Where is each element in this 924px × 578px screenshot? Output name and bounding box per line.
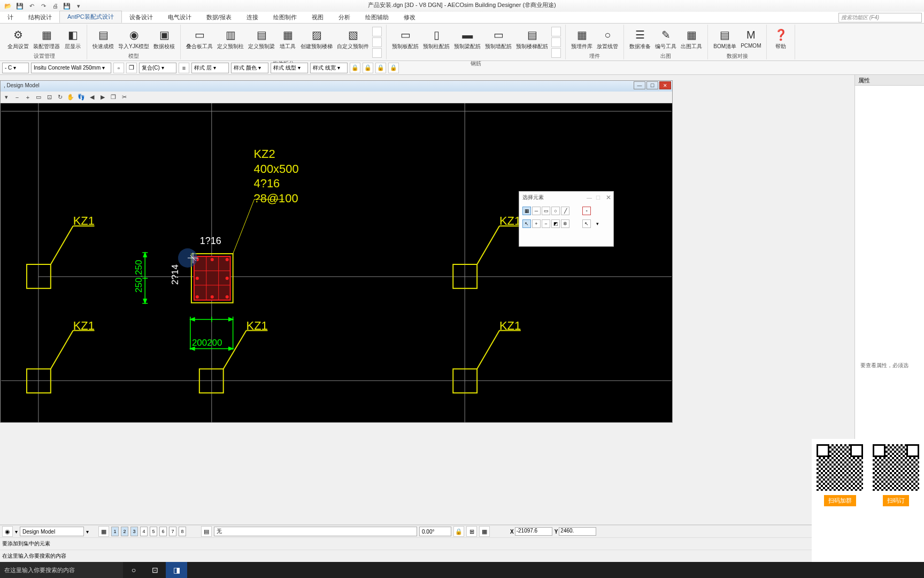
vt-copy-icon[interactable]: ❐ (109, 93, 118, 102)
sb-views-icon[interactable]: ▦ (98, 526, 109, 537)
vt-prev-icon[interactable]: ◀ (87, 93, 97, 102)
ribbon-button[interactable]: ▤预制楼梯配筋 (514, 26, 550, 51)
attr-style-color-dd[interactable]: 样式 颜色 ▾ (231, 63, 268, 73)
view-close-button[interactable]: ✕ (659, 81, 671, 89)
ribbon-button[interactable]: ▤BOM清单 (711, 26, 738, 51)
page-1[interactable]: 1 (111, 527, 119, 536)
x-field[interactable]: -21097.6 (515, 527, 552, 536)
sel-mode-circle-icon[interactable]: ○ (551, 207, 560, 215)
sb-model-dd-arrow[interactable]: ▾ (86, 529, 89, 535)
view-minimize-button[interactable]: — (634, 81, 645, 89)
tab-3[interactable]: 设备设计 (122, 12, 160, 23)
ribbon-small-btn[interactable] (551, 37, 561, 47)
page-2[interactable]: 2 (121, 527, 128, 536)
vt-zoomout-icon[interactable]: − (12, 93, 22, 102)
sel-sub-icon[interactable]: − (542, 219, 550, 228)
drawing-canvas[interactable]: KZ2 400x500 4?16 ?8@100 1?16 KZ1 KZ1 KZ1… (1, 103, 672, 422)
ribbon-button[interactable]: ▭预制墙配筋 (483, 26, 514, 51)
qa-open-icon[interactable]: 📂 (3, 1, 13, 11)
qa-disk-icon[interactable]: 💾 (62, 1, 72, 11)
sb-render-icon[interactable]: ◉ (2, 526, 13, 537)
sb-snap-icon[interactable]: ⊞ (466, 526, 477, 537)
ribbon-button[interactable]: ☰数据准备 (627, 26, 653, 51)
qa-redo-icon[interactable]: ↷ (38, 1, 48, 11)
tab-1[interactable]: 结构设计 (21, 12, 59, 23)
page-3[interactable]: 3 (130, 527, 138, 536)
page-7[interactable]: 7 (169, 527, 176, 536)
ribbon-small-btn[interactable] (551, 48, 561, 58)
ribbon-button[interactable]: MPCMOM (738, 26, 763, 50)
ribbon-search-input[interactable]: 搜索功能区 (F4) (838, 13, 922, 22)
ribbon-button[interactable]: ▦预埋件库 (569, 26, 595, 51)
taskbar-cortana-icon[interactable]: ○ (123, 562, 144, 578)
vt-clip-icon[interactable]: ✂ (119, 93, 129, 102)
ribbon-button[interactable]: ❓帮助 (770, 26, 791, 51)
sb-level-icon[interactable]: ▤ (201, 526, 212, 537)
qa-print-icon[interactable]: 🖨 (50, 1, 60, 11)
tab-4[interactable]: 电气设计 (160, 12, 199, 23)
qa-save-icon[interactable]: 💾 (15, 1, 25, 11)
ribbon-button[interactable]: ⚙全局设置 (5, 26, 31, 51)
attr-btn-copy[interactable]: ❐ (126, 63, 137, 73)
sel-gear-icon[interactable]: ✲ (561, 219, 569, 228)
attr-style-lineweight-dd[interactable]: 样式 线宽 ▾ (310, 63, 348, 73)
sel-arrow-icon[interactable]: ↖ (522, 219, 531, 228)
attr-lock-3-icon[interactable]: 🔒 (375, 63, 386, 73)
page-6[interactable]: 6 (159, 527, 167, 536)
attr-style-layer-dd[interactable]: 样式 层 ▾ (191, 63, 229, 73)
attr-dd-1[interactable]: - C ▾ (2, 63, 29, 73)
view-maximize-button[interactable]: ☐ (646, 81, 658, 89)
page-5[interactable]: 5 (150, 527, 157, 536)
angle-field[interactable]: 0.00° (419, 527, 451, 536)
tab-6[interactable]: 连接 (239, 12, 266, 23)
page-8[interactable]: 8 (179, 527, 186, 536)
ribbon-button[interactable]: ▨创建预制楼梯 (298, 26, 335, 51)
ribbon-button[interactable]: ▣数据校核 (151, 26, 177, 51)
ribbon-button[interactable]: ▦装配管理器 (31, 26, 62, 51)
qa-dd-icon[interactable]: ▾ (74, 1, 83, 11)
ribbon-small-btn[interactable] (551, 27, 561, 36)
sel-dd-icon[interactable]: ▾ (596, 221, 599, 226)
ribbon-button[interactable]: ▭叠合板工具 (184, 26, 215, 51)
ribbon-button[interactable]: ✎编号工具 (653, 26, 679, 51)
ribbon-button[interactable]: ▭预制板配筋 (390, 26, 421, 51)
vt-display-icon[interactable]: ▾ (2, 93, 11, 102)
sel-invert-icon[interactable]: ◩ (551, 219, 560, 228)
attr-lock-2-icon[interactable]: 🔒 (363, 63, 373, 73)
sel-mode-rect-icon[interactable]: ▦ (522, 207, 531, 215)
vt-zoomin-icon[interactable]: + (23, 93, 33, 102)
attr-btn-toggle[interactable]: ▫ (113, 63, 124, 73)
sel-mode-diag-icon[interactable]: ╱ (561, 207, 569, 215)
attr-linestyle-icon[interactable]: ≡ (179, 63, 189, 73)
taskbar-app-icon[interactable]: ◨ (166, 562, 187, 578)
ribbon-small-btn[interactable] (372, 27, 382, 36)
tab-5[interactable]: 数据/报表 (199, 12, 239, 23)
tab-2[interactable]: AntPC装配式设计 (59, 11, 122, 23)
vt-rotate-icon[interactable]: ↻ (55, 93, 65, 102)
attr-style-linetype-dd[interactable]: 样式 线型 ▾ (271, 63, 308, 73)
attr-lock-1-icon[interactable]: 🔒 (350, 63, 360, 73)
tab-8[interactable]: 视图 (304, 12, 331, 23)
tab-9[interactable]: 分析 (331, 12, 358, 23)
y-field[interactable]: 2460. (559, 527, 596, 536)
sb-dd-arrow[interactable]: ▾ (15, 529, 18, 535)
tab-7[interactable]: 绘图制作 (266, 12, 304, 23)
sb-grid-icon[interactable]: ▦ (479, 526, 490, 537)
vt-walk-icon[interactable]: 👣 (76, 93, 86, 102)
ribbon-button[interactable]: ▦墙工具 (277, 26, 298, 51)
ribbon-small-btn[interactable] (372, 48, 382, 58)
sel-mode-block-icon[interactable]: ▭ (542, 207, 550, 215)
ribbon-button[interactable]: ▬预制梁配筋 (452, 26, 483, 51)
tab-10[interactable]: 绘图辅助 (358, 12, 396, 23)
sel-mode-line-icon[interactable]: ─ (532, 207, 541, 215)
sel-cursor-icon[interactable]: ↖ (582, 219, 591, 228)
attr-lock-4-icon[interactable]: 🔒 (388, 63, 399, 73)
ribbon-button[interactable]: ▤定义预制梁 (246, 26, 277, 51)
ribbon-button[interactable]: ▥定义预制柱 (215, 26, 246, 51)
tab-11[interactable]: 修改 (396, 12, 423, 23)
taskbar-taskview-icon[interactable]: ⊡ (144, 562, 166, 578)
ribbon-button[interactable]: ▧自定义预制件 (335, 26, 371, 51)
sel-add-icon[interactable]: + (532, 219, 541, 228)
vt-fit-icon[interactable]: ⊡ (44, 93, 54, 102)
ribbon-button[interactable]: ▦出图工具 (679, 26, 704, 51)
